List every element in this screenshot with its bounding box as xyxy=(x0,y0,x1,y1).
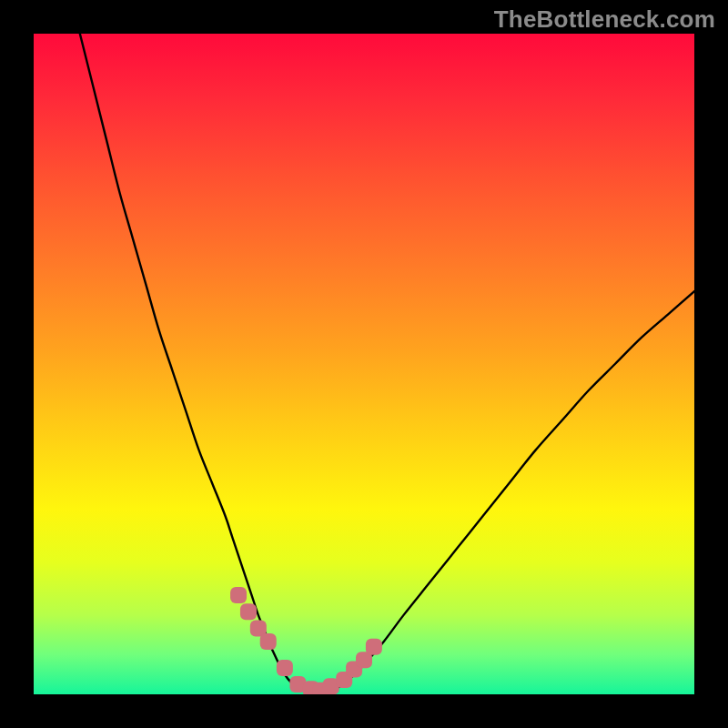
chart-svg xyxy=(34,34,694,694)
highlight-marker xyxy=(366,639,382,655)
highlight-marker xyxy=(260,633,277,650)
watermark-text: TheBottleneck.com xyxy=(494,5,715,34)
highlight-marker xyxy=(240,603,257,620)
chart-plot-area xyxy=(34,34,694,694)
chart-frame: TheBottleneck.com xyxy=(0,0,728,728)
highlight-marker xyxy=(230,587,247,603)
gradient-background xyxy=(34,34,694,694)
highlight-marker xyxy=(277,660,293,676)
